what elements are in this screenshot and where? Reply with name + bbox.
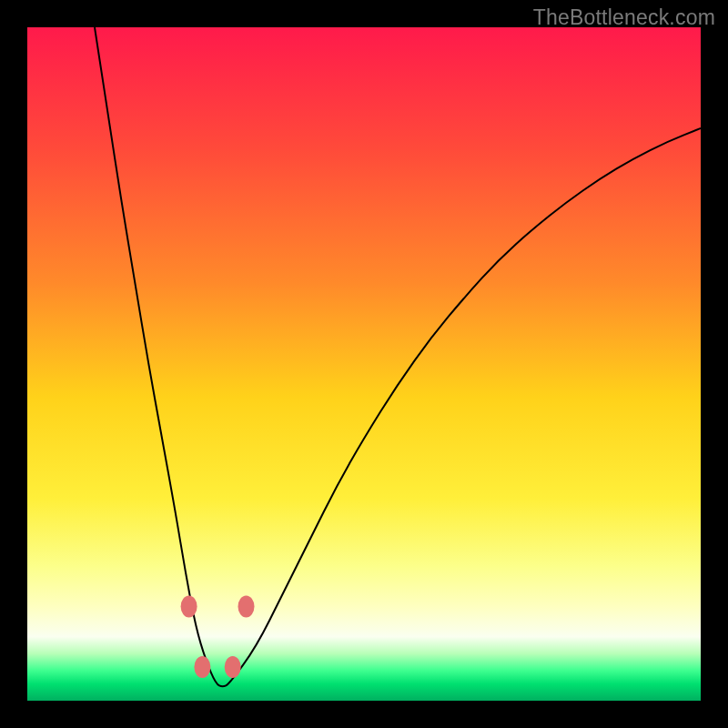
chart-background [27,27,701,701]
dot-left-upper [181,595,197,617]
chart-plot-area [27,27,701,701]
dot-right-upper [238,595,255,617]
watermark-label: TheBottleneck.com [533,5,715,30]
dot-left-lower [194,656,210,678]
dot-right-lower [225,656,241,678]
chart-svg [27,27,701,701]
outer-frame: TheBottleneck.com [0,0,728,728]
